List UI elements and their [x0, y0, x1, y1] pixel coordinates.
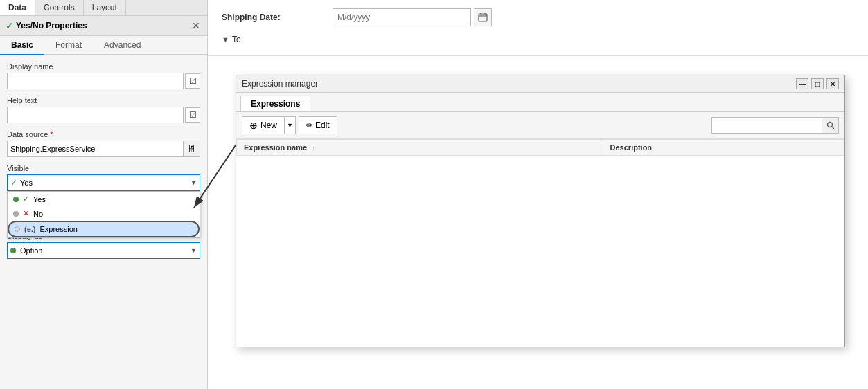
expr-close-button[interactable]: ✕ — [826, 78, 839, 89]
search-icon — [826, 121, 835, 129]
no-cross: ✕ — [23, 209, 29, 218]
expr-table-head: Expression name ↑ Description — [237, 140, 844, 156]
expression-manager-dialog: Expression manager — □ ✕ Expressions ⊕ N… — [236, 75, 845, 347]
visible-dropdown-menu: ✓ Yes ✕ No (e.) Expression — [7, 191, 200, 238]
visible-option-yes[interactable]: ✓ Yes — [8, 192, 200, 206]
display-as-dropdown[interactable]: Option ▼ — [7, 242, 200, 259]
help-text-group: Help text ☑ — [7, 96, 200, 123]
visible-selected-label: Yes — [20, 179, 33, 187]
shipping-date-label: Shipping Date: — [222, 12, 333, 22]
visible-dropdown-arrow: ▼ — [191, 179, 197, 186]
new-dropdown-arrow[interactable]: ▼ — [285, 116, 296, 134]
visible-option-no[interactable]: ✕ No — [8, 206, 200, 221]
help-text-checkbox[interactable]: ☑ — [185, 107, 200, 123]
no-label: No — [33, 210, 43, 218]
visible-label: Visible — [7, 164, 200, 172]
col-expression-name[interactable]: Expression name ↑ — [237, 140, 603, 156]
data-source-browse-button[interactable]: 🗄 — [184, 141, 200, 157]
properties-title: ✓ Yes/No Properties — [6, 21, 87, 31]
expr-maximize-button[interactable]: □ — [811, 78, 824, 89]
expr-tab-bar: Expressions — [236, 93, 844, 112]
yes-dot — [13, 197, 19, 202]
pencil-icon: ✏ — [306, 120, 313, 130]
visible-dropdown-wrapper: ✓ Yes ▼ ✓ Yes ✕ No — [7, 174, 200, 191]
tab-basic[interactable]: Basic — [0, 36, 44, 55]
visible-check-icon: ✓ — [10, 178, 17, 188]
sort-icon: ↑ — [312, 145, 315, 152]
data-source-group: Data source * 🗄 — [7, 130, 200, 157]
col-description[interactable]: Description — [603, 140, 844, 156]
check-icon: ✓ — [6, 21, 13, 31]
calendar-icon — [478, 12, 488, 22]
help-text-input[interactable] — [7, 107, 184, 123]
sub-tab-bar: Basic Format Advanced — [0, 36, 207, 55]
visible-dropdown[interactable]: ✓ Yes ▼ — [7, 174, 200, 191]
display-name-group: Display name ☑ — [7, 62, 200, 89]
properties-title-text: Yes/No Properties — [16, 21, 87, 30]
svg-point-4 — [827, 123, 832, 127]
expr-table: Expression name ↑ Description — [236, 139, 844, 156]
tab-controls[interactable]: Controls — [35, 0, 84, 15]
calendar-button[interactable] — [474, 8, 492, 26]
expr-body: Expression name ↑ Description — [236, 139, 844, 347]
new-button-split: ⊕ New ▼ — [242, 116, 296, 134]
search-input[interactable] — [711, 117, 822, 134]
svg-rect-0 — [479, 14, 487, 21]
new-label: New — [260, 120, 277, 130]
visible-option-expression[interactable]: (e.) Expression — [8, 221, 200, 237]
expr-tab-expressions[interactable]: Expressions — [240, 96, 310, 111]
top-tab-bar: Data Controls Layout — [0, 0, 207, 16]
panel-body: Display name ☑ Help text ☑ Data source *… — [0, 55, 207, 389]
search-button[interactable] — [822, 117, 839, 134]
shipping-date-row: Shipping Date: — [222, 8, 854, 26]
data-source-field: 🗄 — [7, 141, 200, 157]
data-source-input[interactable] — [7, 141, 184, 157]
edit-label: Edit — [315, 120, 330, 130]
data-source-label: Data source * — [7, 130, 200, 138]
required-star: * — [50, 130, 53, 138]
shipping-date-input[interactable] — [333, 8, 471, 26]
collapse-arrow-icon[interactable]: ▼ — [222, 35, 229, 44]
svg-line-5 — [831, 127, 833, 129]
tab-layout[interactable]: Layout — [84, 0, 126, 15]
shipping-date-field — [333, 8, 492, 26]
plus-icon: ⊕ — [249, 120, 258, 131]
expr-dot — [15, 226, 20, 232]
display-as-dot — [10, 248, 16, 253]
display-as-dropdown-arrow: ▼ — [191, 247, 197, 254]
expr-toolbar: ⊕ New ▼ ✏ Edit — [236, 112, 844, 139]
yes-label: Yes — [33, 195, 46, 203]
new-button[interactable]: ⊕ New — [242, 116, 285, 134]
tab-advanced[interactable]: Advanced — [93, 36, 152, 55]
to-label: To — [232, 35, 241, 44]
right-area: Shipping Date: ▼ To Expression manage — [208, 0, 868, 389]
help-text-label: Help text — [7, 96, 200, 105]
display-name-input[interactable] — [7, 73, 184, 89]
display-as-selected-label: Option — [20, 246, 42, 255]
yes-check: ✓ — [23, 194, 29, 203]
properties-header: ✓ Yes/No Properties ✕ — [0, 16, 207, 36]
form-area: Shipping Date: ▼ To — [208, 0, 868, 56]
tab-data[interactable]: Data — [0, 0, 35, 15]
expr-icon: (e.) — [24, 225, 36, 233]
visible-group: Visible ✓ Yes ▼ ✓ Yes — [7, 164, 200, 191]
search-area — [711, 117, 839, 134]
to-row: ▼ To — [222, 32, 854, 47]
properties-close-button[interactable]: ✕ — [191, 20, 202, 31]
no-dot — [13, 211, 19, 217]
display-name-checkbox[interactable]: ☑ — [185, 73, 200, 89]
expr-window-buttons: — □ ✕ — [796, 78, 839, 89]
expr-title: Expression manager — [242, 79, 318, 89]
expr-minimize-button[interactable]: — — [796, 78, 808, 89]
display-name-label: Display name — [7, 62, 200, 71]
edit-button[interactable]: ✏ Edit — [299, 116, 337, 134]
expr-titlebar: Expression manager — □ ✕ — [236, 75, 844, 93]
tab-format[interactable]: Format — [44, 36, 93, 55]
expr-label: Expression — [40, 225, 78, 233]
